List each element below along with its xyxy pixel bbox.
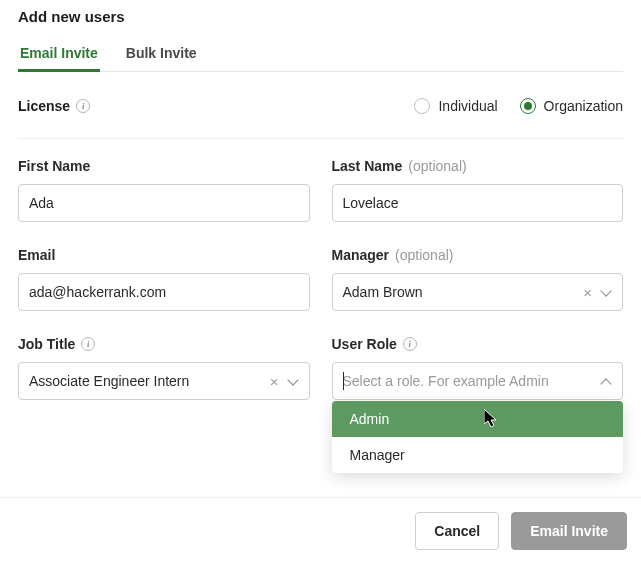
job-title-label: Job Title i xyxy=(18,336,95,352)
radio-icon xyxy=(414,98,430,114)
manager-value: Adam Brown xyxy=(343,284,578,300)
job-title-value: Associate Engineer Intern xyxy=(29,373,264,389)
chevron-up-icon xyxy=(602,376,612,386)
job-title-select[interactable]: Associate Engineer Intern × xyxy=(18,362,310,400)
chevron-down-icon xyxy=(289,376,299,386)
page-title: Add new users xyxy=(18,8,623,25)
tab-bulk-invite[interactable]: Bulk Invite xyxy=(124,39,199,71)
email-label: Email xyxy=(18,247,55,263)
license-label: License xyxy=(18,98,70,114)
chevron-down-icon xyxy=(602,287,612,297)
user-role-placeholder: Select a role. For example Admin xyxy=(343,373,597,389)
first-name-label: First Name xyxy=(18,158,90,174)
user-role-label: User Role i xyxy=(332,336,417,352)
manager-label: Manager (optional) xyxy=(332,247,454,263)
user-role-dropdown: Admin Manager xyxy=(332,401,624,473)
dropdown-option-admin[interactable]: Admin xyxy=(332,401,624,437)
optional-tag: (optional) xyxy=(395,247,453,263)
info-icon[interactable]: i xyxy=(81,337,95,351)
info-icon[interactable]: i xyxy=(403,337,417,351)
radio-individual-label: Individual xyxy=(438,98,497,114)
dropdown-option-manager[interactable]: Manager xyxy=(332,437,624,473)
radio-organization[interactable]: Organization xyxy=(520,98,623,114)
clear-icon[interactable]: × xyxy=(270,374,279,389)
optional-tag: (optional) xyxy=(408,158,466,174)
footer: Cancel Email Invite xyxy=(0,497,641,564)
last-name-input[interactable] xyxy=(332,184,624,222)
clear-icon[interactable]: × xyxy=(583,285,592,300)
license-radio-group: Individual Organization xyxy=(414,98,623,114)
tab-email-invite[interactable]: Email Invite xyxy=(18,39,100,71)
info-icon[interactable]: i xyxy=(76,99,90,113)
tabs: Email Invite Bulk Invite xyxy=(18,39,623,72)
cancel-button[interactable]: Cancel xyxy=(415,512,499,550)
radio-organization-label: Organization xyxy=(544,98,623,114)
first-name-input[interactable] xyxy=(18,184,310,222)
user-role-select[interactable]: Select a role. For example Admin xyxy=(332,362,624,400)
text-caret xyxy=(343,372,344,390)
email-input[interactable] xyxy=(18,273,310,311)
radio-icon-selected xyxy=(520,98,536,114)
divider xyxy=(18,138,623,139)
submit-button[interactable]: Email Invite xyxy=(511,512,627,550)
manager-select[interactable]: Adam Brown × xyxy=(332,273,624,311)
radio-individual[interactable]: Individual xyxy=(414,98,497,114)
last-name-label: Last Name (optional) xyxy=(332,158,467,174)
